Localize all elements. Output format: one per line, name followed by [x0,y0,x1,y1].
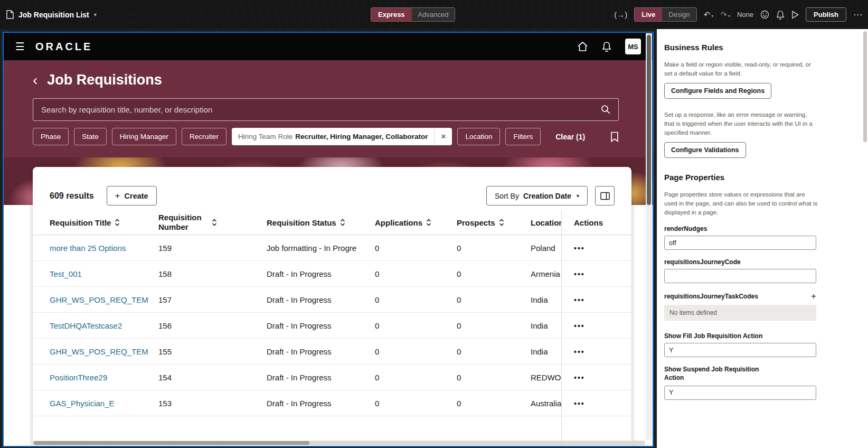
clear-filters-button[interactable]: Clear (1) [555,133,585,141]
sort-icon[interactable] [426,218,431,227]
property-input-renderNudges[interactable] [664,236,816,250]
close-icon[interactable]: ✕ [434,128,452,145]
cell-requisition-status: Draft - In Progress [267,399,375,408]
overflow-menu-icon[interactable]: ⋯ [853,9,863,21]
column-header-location[interactable]: Location [531,218,561,227]
chevron-down-icon: ▾ [577,193,579,199]
results-toolbar: 609 results + Create Sort By Creation Da… [50,186,615,206]
table-row: GHR_WS_POS_REQ_TEM 157 Draft - In Progre… [33,287,631,313]
search-input[interactable] [33,98,619,121]
notifications-button[interactable] [776,10,785,20]
inspector-scrollbar[interactable] [863,30,867,445]
filters-button[interactable]: Filters [505,128,541,145]
scrollbar-thumb[interactable] [34,441,309,445]
filter-chip-location[interactable]: Location [457,128,500,145]
page-title: Job Requisitions [47,72,162,88]
table-row: PositionThree29 154 Draft - In Progress … [33,365,631,390]
cell-requisition-number: 158 [158,269,267,278]
row-actions-button[interactable]: ••• [574,374,585,382]
undo-button[interactable]: ↶▾ [704,10,714,20]
property-input-show-suspend-action[interactable] [664,386,816,400]
create-button[interactable]: + Create [107,186,157,206]
save-search-button[interactable] [610,132,619,142]
bell-icon [602,41,611,52]
preview-button[interactable] [791,11,799,19]
requisition-title-link[interactable]: PositionThree29 [50,373,158,382]
mode-toggle: Express Advanced [371,7,455,22]
filter-chip-recruiter[interactable]: Recruiter [182,128,227,145]
page-selector[interactable]: Job Requisition List ▾ [6,0,97,29]
app-notifications-button[interactable] [602,41,611,52]
column-header-requisition-number[interactable]: Requisition Number [158,213,267,232]
column-header-prospects[interactable]: Prospects [457,218,531,227]
split-panel-icon [600,192,610,200]
toggle-panel-button[interactable] [595,186,615,206]
cell-location: India [531,347,561,356]
sort-icon[interactable] [340,218,345,227]
scrollbar-thumb[interactable] [863,31,867,142]
requisition-title-link[interactable]: more than 25 Options [50,244,158,253]
toolbar-right-cluster: (→) Live Design ↶▾ ↷▾ None Publish ⋯ [614,0,863,29]
cell-applications: 0 [375,244,457,253]
cell-applications: 0 [375,399,457,408]
menu-icon[interactable]: ☰ [15,40,25,53]
cell-prospects: 0 [457,244,531,253]
redo-button[interactable]: ↷▾ [720,10,730,20]
sort-icon[interactable] [499,218,504,227]
chevron-down-icon: ▾ [728,14,730,18]
smiley-icon [760,10,769,19]
column-header-actions: Actions [561,218,631,227]
row-actions-button[interactable]: ••• [574,348,585,356]
results-card: 609 results + Create Sort By Creation Da… [33,167,631,446]
requisition-title-link[interactable]: GHR_WS_POS_REQ_TEM [50,347,158,356]
publish-button[interactable]: Publish [806,7,846,22]
preview-vertical-scrollbar[interactable] [646,33,652,440]
avatar[interactable]: MS [625,39,641,54]
filter-chip-hiring-manager[interactable]: Hiring Manager [112,128,176,145]
cell-applications: 0 [375,347,457,356]
requisition-title-link[interactable]: GAS_Physician_E [50,399,158,408]
layout-selector[interactable]: None [737,11,753,18]
builder-toolbar: Job Requisition List ▾ Express Advanced … [0,0,868,29]
app-header: ☰ ORACLE MS [4,33,653,60]
back-button[interactable]: ‹ [33,73,37,88]
row-actions-button[interactable]: ••• [574,270,585,278]
add-item-icon[interactable]: + [811,292,816,301]
feedback-smiley-button[interactable] [760,10,769,19]
property-input-requisitionsJourneyCode[interactable] [664,269,816,283]
configure-validations-button[interactable]: Configure Validations [664,142,746,158]
search-button[interactable] [600,104,611,115]
row-actions-button[interactable]: ••• [574,244,585,253]
row-actions-button[interactable]: ••• [574,296,585,304]
app-preview-frame: ☰ ORACLE MS ‹ Job Requisitions Phase Sta… [3,32,654,447]
business-rules-heading: Business Rules [664,43,816,52]
sort-icon[interactable] [212,218,217,227]
home-button[interactable] [577,41,588,52]
code-toggle-icon[interactable]: (→) [614,10,627,19]
requisition-title-link[interactable]: GHR_WS_POS_REQ_TEM [50,295,158,304]
column-header-requisition-status[interactable]: Requisition Status [267,218,375,227]
property-input-show-fill-action[interactable] [664,343,816,357]
row-actions-button[interactable]: ••• [574,322,585,330]
express-mode-button[interactable]: Express [371,8,412,21]
requisition-title-link[interactable]: Test_001 [50,269,158,278]
design-view-button[interactable]: Design [662,8,696,21]
sort-by-dropdown[interactable]: Sort By Creation Date ▾ [486,186,588,206]
advanced-mode-button[interactable]: Advanced [412,8,455,21]
requisition-title-link[interactable]: TestDHQATestcase2 [50,321,158,330]
filter-chip-state[interactable]: State [74,128,107,145]
scrollbar-thumb[interactable] [647,35,651,205]
filter-chip-phase[interactable]: Phase [33,128,69,145]
column-header-applications[interactable]: Applications [375,218,457,227]
live-view-button[interactable]: Live [635,8,662,21]
column-header-requisition-title[interactable]: Requisition Title [50,218,158,227]
cell-location: Armenia [531,269,561,278]
filter-chip-hiring-team-role[interactable]: Hiring Team Role Recruiter, Hiring Manag… [232,128,452,145]
cell-applications: 0 [375,295,457,304]
preview-horizontal-scrollbar[interactable] [33,441,645,445]
redo-icon: ↷ [720,10,727,19]
table-row: more than 25 Options 159 Job formatting … [33,235,631,261]
configure-fields-button[interactable]: Configure Fields and Regions [664,83,771,99]
row-actions-button[interactable]: ••• [574,399,585,408]
sort-icon[interactable] [115,218,120,227]
